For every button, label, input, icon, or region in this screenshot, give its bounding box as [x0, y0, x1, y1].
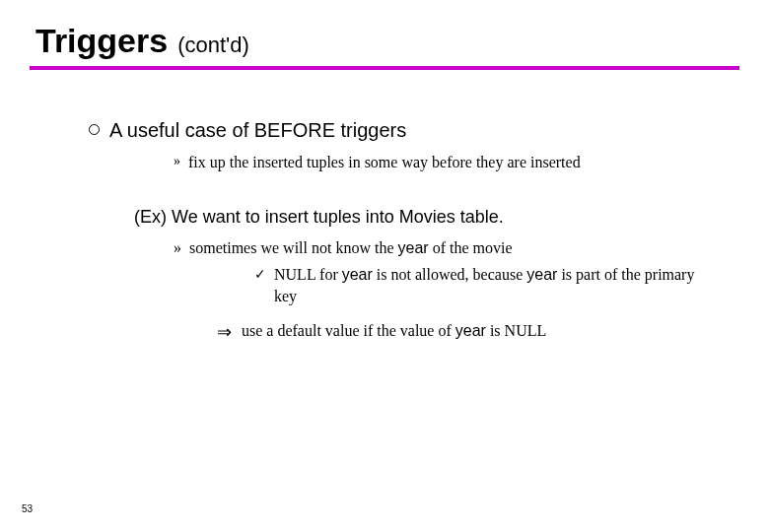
- bullet-text: sometimes we will not know the year of t…: [189, 237, 513, 259]
- conclusion-line: ⇒ use a default value if the value of ye…: [217, 320, 720, 344]
- text-part: of the movie: [429, 239, 513, 256]
- raquo-bullet-icon: »: [174, 153, 180, 171]
- bullet-text: A useful case of BEFORE triggers: [109, 119, 406, 142]
- code-span: year: [455, 322, 486, 339]
- check-bullet-icon: ✓: [254, 266, 266, 285]
- bullet-text: fix up the inserted tuples in some way b…: [188, 152, 581, 173]
- bullet-level-3: ✓ NULL for year is not allowed, because …: [254, 264, 720, 306]
- text-part: is NULL: [486, 322, 546, 339]
- bullet-text: use a default value if the value of year…: [242, 320, 546, 342]
- code-span: year: [398, 239, 429, 256]
- code-span: year: [526, 266, 557, 283]
- bullet-text: NULL for year is not allowed, because ye…: [274, 264, 720, 306]
- text-part: sometimes we will not know the: [189, 239, 398, 256]
- text-part: is not allowed, because: [373, 266, 526, 283]
- slide: Triggers (cont'd) A useful case of BEFOR…: [0, 0, 769, 532]
- title-main: Triggers: [35, 22, 168, 60]
- arrow-icon: ⇒: [217, 320, 232, 344]
- code-span: year: [342, 266, 373, 283]
- bullet-level-1: A useful case of BEFORE triggers: [89, 119, 720, 142]
- raquo-bullet-icon: »: [174, 237, 181, 259]
- circle-bullet-icon: [89, 124, 100, 135]
- slide-title: Triggers (cont'd): [30, 22, 739, 60]
- text-part: use a default value if the value of: [242, 322, 455, 339]
- example-line: (Ex) We want to insert tuples into Movie…: [134, 207, 720, 228]
- text-part: NULL for: [274, 266, 342, 283]
- title-sub: (cont'd): [177, 33, 249, 58]
- bullet-level-2: » fix up the inserted tuples in some way…: [174, 152, 720, 173]
- slide-number: 53: [22, 503, 33, 514]
- bullet-level-2: » sometimes we will not know the year of…: [174, 237, 720, 259]
- slide-body: A useful case of BEFORE triggers » fix u…: [30, 70, 739, 345]
